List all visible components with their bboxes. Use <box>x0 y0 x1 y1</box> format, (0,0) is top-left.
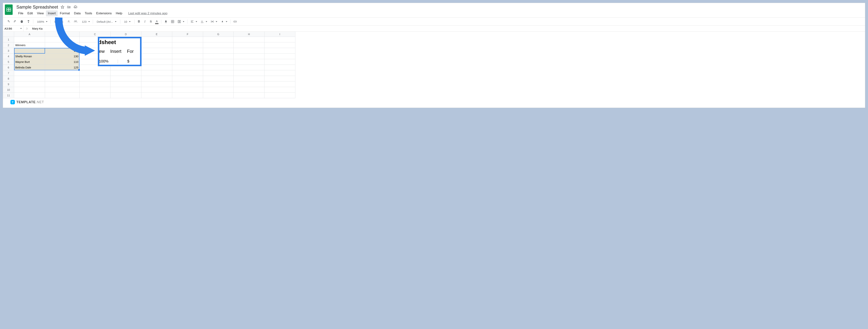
cell-C7[interactable] <box>80 70 111 76</box>
cell-E9[interactable] <box>141 82 172 87</box>
row-header-7[interactable]: 7 <box>3 70 14 76</box>
cell-G10[interactable] <box>203 87 234 93</box>
horizontal-align-dropdown[interactable] <box>189 19 198 24</box>
row-header-9[interactable]: 9 <box>3 82 14 87</box>
italic-button[interactable]: I <box>142 19 148 24</box>
select-all-corner[interactable] <box>3 32 14 37</box>
cell-A5[interactable]: Wayne Burt <box>14 59 45 65</box>
cell-B5[interactable]: 110 <box>45 59 80 65</box>
cell-H11[interactable] <box>234 93 265 98</box>
cell-E3[interactable] <box>141 48 172 54</box>
cell-I7[interactable] <box>265 70 296 76</box>
cell-F10[interactable] <box>172 87 203 93</box>
zoom-dropdown[interactable]: 100% <box>35 19 49 24</box>
cell-G8[interactable] <box>203 76 234 82</box>
name-box[interactable]: A3:B6 <box>3 26 24 31</box>
cell-H8[interactable] <box>234 76 265 82</box>
fill-color-button[interactable] <box>163 19 169 24</box>
cell-G5[interactable] <box>203 59 234 65</box>
row-header-5[interactable]: 5 <box>3 59 14 65</box>
cell-E11[interactable] <box>141 93 172 98</box>
cell-B1[interactable] <box>45 37 80 42</box>
cell-C11[interactable] <box>80 93 111 98</box>
row-header-4[interactable]: 4 <box>3 54 14 59</box>
cell-B10[interactable] <box>45 87 80 93</box>
decrease-decimal-button[interactable]: .0↓ <box>66 19 72 24</box>
insert-link-button[interactable] <box>232 19 238 24</box>
row-header-11[interactable]: 11 <box>3 93 14 98</box>
row-header-2[interactable]: 2 <box>3 42 14 48</box>
percent-button[interactable]: % <box>59 19 65 24</box>
cell-F2[interactable] <box>172 42 203 48</box>
font-dropdown[interactable]: Default (Ari... <box>94 19 119 24</box>
cell-A7[interactable] <box>14 70 45 76</box>
row-header-1[interactable]: 1 <box>3 37 14 42</box>
cell-G3[interactable] <box>203 48 234 54</box>
cell-B9[interactable] <box>45 82 80 87</box>
menu-view[interactable]: View <box>35 10 46 17</box>
column-header-E[interactable]: E <box>141 32 172 37</box>
cell-A2[interactable]: Winners <box>14 42 45 48</box>
sheets-logo-icon[interactable] <box>5 4 13 15</box>
cell-A8[interactable] <box>14 76 45 82</box>
row-header-6[interactable]: 6 <box>3 65 14 70</box>
cell-H7[interactable] <box>234 70 265 76</box>
cell-H4[interactable] <box>234 54 265 59</box>
menu-format[interactable]: Format <box>58 10 72 17</box>
cell-F6[interactable] <box>172 65 203 70</box>
cell-I10[interactable] <box>265 87 296 93</box>
cell-H2[interactable] <box>234 42 265 48</box>
cell-F5[interactable] <box>172 59 203 65</box>
cell-I3[interactable] <box>265 48 296 54</box>
document-title[interactable]: Sample Spreadsheet <box>17 4 58 10</box>
cell-G9[interactable] <box>203 82 234 87</box>
font-size-dropdown[interactable]: 10 <box>122 19 133 24</box>
cell-H1[interactable] <box>234 37 265 42</box>
cell-A9[interactable] <box>14 82 45 87</box>
formula-input[interactable]: Mary Ka <box>31 27 42 30</box>
cell-E4[interactable] <box>141 54 172 59</box>
cell-B7[interactable] <box>45 70 80 76</box>
cell-I4[interactable] <box>265 54 296 59</box>
cell-B8[interactable] <box>45 76 80 82</box>
cell-I11[interactable] <box>265 93 296 98</box>
cell-F3[interactable] <box>172 48 203 54</box>
redo-button[interactable] <box>12 19 18 24</box>
cell-C8[interactable] <box>80 76 111 82</box>
cell-B11[interactable] <box>45 93 80 98</box>
column-header-G[interactable]: G <box>203 32 234 37</box>
cell-E10[interactable] <box>141 87 172 93</box>
cell-F11[interactable] <box>172 93 203 98</box>
bold-button[interactable]: B <box>136 19 142 24</box>
cell-F8[interactable] <box>172 76 203 82</box>
cell-A3[interactable]: Mary Kane <box>14 48 45 54</box>
text-color-button[interactable]: A <box>154 19 160 24</box>
cell-E8[interactable] <box>141 76 172 82</box>
cell-A1[interactable] <box>14 37 45 42</box>
strikethrough-button[interactable]: S <box>148 19 154 24</box>
cell-G4[interactable] <box>203 54 234 59</box>
cell-H6[interactable] <box>234 65 265 70</box>
cell-A11[interactable] <box>14 93 45 98</box>
borders-button[interactable] <box>169 19 176 24</box>
merge-cells-dropdown[interactable] <box>176 19 186 24</box>
column-header-I[interactable]: I <box>265 32 296 37</box>
menu-file[interactable]: File <box>17 10 25 17</box>
cloud-status-icon[interactable] <box>73 5 78 9</box>
column-header-C[interactable]: C <box>80 32 111 37</box>
cell-D7[interactable] <box>111 70 141 76</box>
menu-extensions[interactable]: Extensions <box>94 10 114 17</box>
cell-E5[interactable] <box>141 59 172 65</box>
cell-D10[interactable] <box>111 87 141 93</box>
cell-F4[interactable] <box>172 54 203 59</box>
cell-B2[interactable]: Points <box>45 42 80 48</box>
cell-E6[interactable] <box>141 65 172 70</box>
cell-H5[interactable] <box>234 59 265 65</box>
row-header-3[interactable]: 3 <box>3 48 14 54</box>
cell-H10[interactable] <box>234 87 265 93</box>
cell-D8[interactable] <box>111 76 141 82</box>
row-header-8[interactable]: 8 <box>3 76 14 82</box>
cell-C10[interactable] <box>80 87 111 93</box>
move-folder-icon[interactable] <box>67 5 71 9</box>
cell-F1[interactable] <box>172 37 203 42</box>
